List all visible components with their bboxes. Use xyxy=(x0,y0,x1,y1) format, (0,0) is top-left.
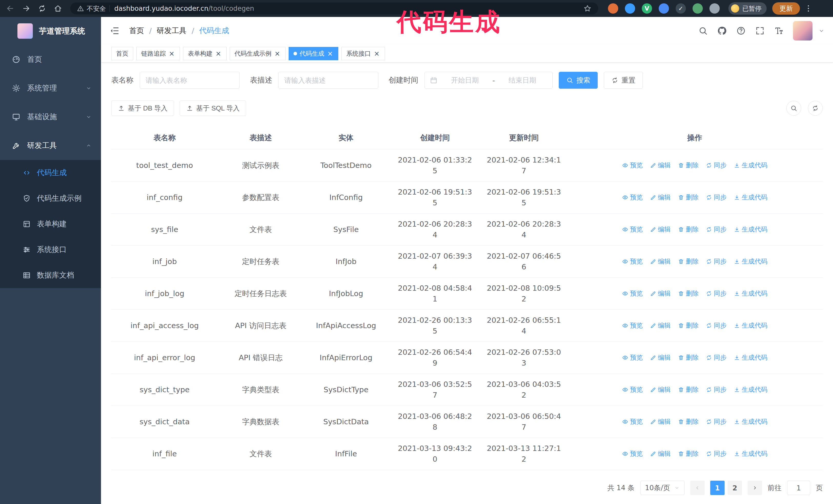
table-name-input[interactable] xyxy=(140,72,240,89)
delete-link[interactable]: 删除 xyxy=(678,448,699,459)
sync-link[interactable]: 同步 xyxy=(706,384,727,395)
delete-link[interactable]: 删除 xyxy=(678,352,699,363)
generate-code-link[interactable]: 生成代码 xyxy=(734,288,767,299)
tab-代码生成[interactable]: 代码生成× xyxy=(289,47,338,60)
tab-表单构建[interactable]: 表单构建× xyxy=(183,47,227,60)
tab-首页[interactable]: 首页 xyxy=(111,47,133,60)
generate-code-link[interactable]: 生成代码 xyxy=(734,224,767,235)
browser-back-icon[interactable] xyxy=(5,3,16,14)
sidebar-item-基础设施[interactable]: 基础设施 xyxy=(0,102,101,131)
import-sql-button[interactable]: 基于 SQL 导入 xyxy=(180,100,246,116)
preview-link[interactable]: 预览 xyxy=(622,416,643,427)
user-avatar[interactable] xyxy=(793,21,812,41)
prev-page-button[interactable] xyxy=(690,481,705,495)
page-button-2[interactable]: 2 xyxy=(728,481,742,495)
delete-link[interactable]: 删除 xyxy=(678,416,699,427)
delete-link[interactable]: 删除 xyxy=(678,192,699,203)
preview-link[interactable]: 预览 xyxy=(622,256,643,267)
address-bar[interactable]: 不安全 dashboard.yudao.iocoder.cn/tool/code… xyxy=(70,3,598,14)
edit-link[interactable]: 编辑 xyxy=(650,288,671,299)
next-page-button[interactable] xyxy=(748,481,762,495)
preview-link[interactable]: 预览 xyxy=(622,224,643,235)
github-icon[interactable] xyxy=(717,26,727,35)
extension-orange-icon[interactable] xyxy=(608,3,618,14)
sidebar-item-系统管理[interactable]: 系统管理 xyxy=(0,74,101,102)
close-icon[interactable]: × xyxy=(374,50,380,57)
preview-link[interactable]: 预览 xyxy=(622,320,643,331)
breadcrumb-home[interactable]: 首页 xyxy=(129,26,144,36)
page-button-1[interactable]: 1 xyxy=(710,481,724,495)
sidebar-item-研发工具[interactable]: 研发工具 xyxy=(0,131,101,160)
sidebar-item-首页[interactable]: 首页 xyxy=(0,45,101,74)
table-desc-input[interactable] xyxy=(278,72,378,89)
edit-link[interactable]: 编辑 xyxy=(650,416,671,427)
chevron-down-icon[interactable] xyxy=(818,27,825,34)
sync-link[interactable]: 同步 xyxy=(706,352,727,363)
sync-link[interactable]: 同步 xyxy=(706,224,727,235)
preview-link[interactable]: 预览 xyxy=(622,448,643,459)
extension-check-icon[interactable]: ✓ xyxy=(675,3,686,14)
edit-link[interactable]: 编辑 xyxy=(650,160,671,171)
preview-link[interactable]: 预览 xyxy=(622,384,643,395)
import-db-button[interactable]: 基于 DB 导入 xyxy=(111,100,174,116)
delete-link[interactable]: 删除 xyxy=(678,160,699,171)
delete-link[interactable]: 删除 xyxy=(678,320,699,331)
browser-home-icon[interactable] xyxy=(52,3,64,14)
extension-people-icon[interactable] xyxy=(659,3,669,14)
sync-link[interactable]: 同步 xyxy=(706,192,727,203)
security-label[interactable]: 不安全 xyxy=(87,4,106,13)
generate-code-link[interactable]: 生成代码 xyxy=(734,384,767,395)
goto-page-input[interactable] xyxy=(787,481,810,495)
generate-code-link[interactable]: 生成代码 xyxy=(734,320,767,331)
fullscreen-icon[interactable] xyxy=(755,26,765,35)
sync-link[interactable]: 同步 xyxy=(706,448,727,459)
sync-link[interactable]: 同步 xyxy=(706,320,727,331)
sync-link[interactable]: 同步 xyxy=(706,288,727,299)
extension-leaf-icon[interactable] xyxy=(693,3,703,14)
refresh-table-button[interactable] xyxy=(808,101,823,116)
generate-code-link[interactable]: 生成代码 xyxy=(734,256,767,267)
delete-link[interactable]: 删除 xyxy=(678,384,699,395)
extension-green-v-icon[interactable]: V xyxy=(642,3,652,14)
delete-link[interactable]: 删除 xyxy=(678,288,699,299)
preview-link[interactable]: 预览 xyxy=(622,352,643,363)
toggle-search-button[interactable] xyxy=(786,101,801,116)
extension-blue-drop-icon[interactable] xyxy=(625,3,635,14)
delete-link[interactable]: 删除 xyxy=(678,224,699,235)
edit-link[interactable]: 编辑 xyxy=(650,320,671,331)
edit-link[interactable]: 编辑 xyxy=(650,384,671,395)
generate-code-link[interactable]: 生成代码 xyxy=(734,416,767,427)
close-icon[interactable]: × xyxy=(215,50,222,57)
date-range-picker[interactable]: 开始日期 - 结束日期 xyxy=(425,72,553,89)
browser-reload-icon[interactable] xyxy=(37,3,48,14)
submenu-item-代码生成示例[interactable]: 代码生成示例 xyxy=(0,186,101,211)
bookmark-star-icon[interactable] xyxy=(584,4,592,13)
edit-link[interactable]: 编辑 xyxy=(650,352,671,363)
sync-link[interactable]: 同步 xyxy=(706,160,727,171)
page-size-select[interactable]: 10条/页 xyxy=(640,481,685,495)
tab-代码生成示例[interactable]: 代码生成示例× xyxy=(230,47,286,60)
url-text[interactable]: dashboard.yudao.iocoder.cn/tool/codegen xyxy=(114,5,254,12)
generate-code-link[interactable]: 生成代码 xyxy=(734,448,767,459)
tab-系统接口[interactable]: 系统接口× xyxy=(341,47,385,60)
preview-link[interactable]: 预览 xyxy=(622,160,643,171)
browser-forward-icon[interactable] xyxy=(21,3,32,14)
edit-link[interactable]: 编辑 xyxy=(650,192,671,203)
profile-paused-chip[interactable]: 已暂停 xyxy=(729,2,767,15)
submenu-item-代码生成[interactable]: 代码生成 xyxy=(0,160,101,186)
delete-link[interactable]: 删除 xyxy=(678,256,699,267)
generate-code-link[interactable]: 生成代码 xyxy=(734,352,767,363)
font-size-icon[interactable] xyxy=(774,26,784,35)
close-icon[interactable]: × xyxy=(168,50,175,57)
search-icon[interactable] xyxy=(698,26,708,35)
edit-link[interactable]: 编辑 xyxy=(650,256,671,267)
edit-link[interactable]: 编辑 xyxy=(650,448,671,459)
browser-update-button[interactable]: 更新 xyxy=(772,2,800,15)
preview-link[interactable]: 预览 xyxy=(622,192,643,203)
submenu-item-数据库文档[interactable]: 数据库文档 xyxy=(0,263,101,288)
close-icon[interactable]: × xyxy=(327,50,333,57)
submenu-item-系统接口[interactable]: 系统接口 xyxy=(0,237,101,263)
extension-puzzle-icon[interactable] xyxy=(710,3,720,14)
preview-link[interactable]: 预览 xyxy=(622,288,643,299)
close-icon[interactable]: × xyxy=(274,50,281,57)
